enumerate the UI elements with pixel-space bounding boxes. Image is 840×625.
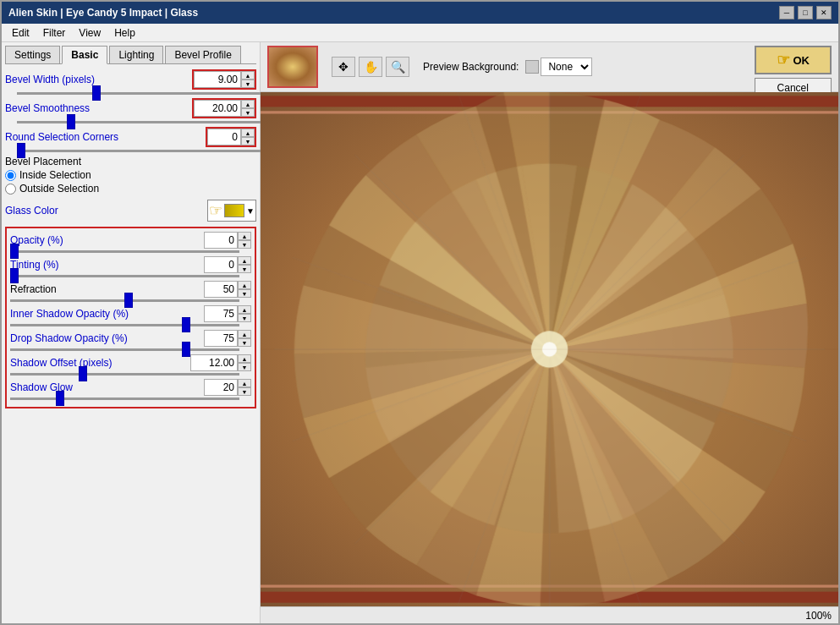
inner-shadow-thumb[interactable] [182, 317, 190, 332]
opacity-spinners: ▲ ▼ [238, 232, 251, 249]
outside-selection-row: Outside Selection [5, 183, 256, 195]
thumbnail-preview[interactable] [267, 46, 318, 88]
tab-basic[interactable]: Basic [62, 46, 107, 64]
bevel-width-down[interactable]: ▼ [241, 79, 255, 88]
shadow-offset-input-wrap: ▲ ▼ [190, 354, 251, 371]
bevel-width-row: Bevel Width (pixels) ▲ ▼ [5, 69, 256, 90]
bevel-width-track [17, 92, 268, 95]
tab-lighting[interactable]: Lighting [109, 46, 163, 63]
inside-selection-row: Inside Selection [5, 169, 256, 181]
opacity-up[interactable]: ▲ [238, 232, 251, 240]
round-corners-spinners: ▲ ▼ [241, 129, 255, 145]
bevel-width-thumb[interactable] [92, 85, 101, 101]
ok-icon: ☞ [777, 51, 790, 69]
ok-label: OK [793, 54, 810, 67]
opacity-down[interactable]: ▼ [238, 240, 251, 249]
shadow-offset-down[interactable]: ▼ [238, 363, 251, 371]
bevel-width-up[interactable]: ▲ [241, 71, 255, 79]
move-tool-icon[interactable]: ✥ [332, 57, 355, 77]
bevel-smoothness-input[interactable] [194, 100, 241, 117]
opacity-input[interactable] [204, 232, 238, 249]
drop-shadow-down[interactable]: ▼ [238, 338, 251, 347]
refraction-up[interactable]: ▲ [238, 281, 251, 289]
tinting-thumb[interactable] [10, 268, 19, 283]
menu-edit[interactable]: Edit [5, 25, 36, 41]
menu-help[interactable]: Help [107, 25, 142, 41]
inner-shadow-label: Inner Shadow Opacity (%) [10, 308, 204, 320]
round-corners-up[interactable]: ▲ [241, 129, 255, 137]
round-corners-down[interactable]: ▼ [241, 137, 255, 145]
main-window: Alien Skin | Eye Candy 5 Impact | Glass … [0, 0, 840, 625]
left-panel: Settings Basic Lighting Bevel Profile Be… [2, 42, 261, 623]
drop-shadow-spinners: ▲ ▼ [238, 330, 251, 347]
bevel-smoothness-up[interactable]: ▲ [241, 100, 255, 108]
opacity-thumb[interactable] [10, 244, 19, 259]
opacity-input-wrap: ▲ ▼ [204, 232, 251, 249]
bevel-width-input[interactable] [194, 71, 241, 88]
tinting-spinners: ▲ ▼ [238, 256, 251, 273]
round-corners-input[interactable] [207, 129, 241, 145]
ok-cancel-buttons: ☞ OK Cancel [755, 46, 832, 98]
opacity-label: Opacity (%) [10, 234, 204, 246]
bevel-width-label: Bevel Width (pixels) [5, 74, 192, 85]
window-title: Alien Skin | Eye Candy 5 Impact | Glass [8, 7, 198, 19]
shadow-offset-spinners: ▲ ▼ [238, 354, 251, 371]
main-content: Settings Basic Lighting Bevel Profile Be… [2, 42, 838, 623]
bevel-smoothness-input-group: ▲ ▼ [192, 98, 256, 118]
color-dropdown-icon[interactable]: ▼ [246, 206, 255, 216]
tab-bar: Settings Basic Lighting Bevel Profile [5, 46, 256, 64]
shadow-glow-input[interactable] [204, 379, 238, 396]
status-bar: 100% [261, 606, 838, 623]
color-cursor-icon: ☞ [209, 201, 222, 220]
drop-shadow-thumb[interactable] [182, 342, 190, 357]
maximize-button[interactable]: □ [798, 6, 813, 19]
shadow-offset-up[interactable]: ▲ [238, 354, 251, 363]
glass-color-swatch-wrap[interactable]: ☞ ▼ [207, 200, 256, 222]
round-corners-thumb[interactable] [17, 143, 25, 158]
preview-bg-select[interactable]: None White Black [541, 58, 592, 76]
bevel-smoothness-label: Bevel Smoothness [5, 102, 192, 114]
inner-shadow-down[interactable]: ▼ [238, 314, 251, 322]
shadow-glow-down[interactable]: ▼ [238, 387, 251, 396]
minimize-button[interactable]: ─ [779, 6, 794, 19]
drop-shadow-up[interactable]: ▲ [238, 330, 251, 338]
shadow-offset-label: Shadow Offset (pixels) [10, 357, 190, 369]
glass-color-swatch[interactable] [224, 204, 244, 217]
refraction-thumb[interactable] [124, 293, 133, 308]
shadow-glow-thumb[interactable] [56, 391, 64, 406]
tab-settings[interactable]: Settings [5, 46, 60, 63]
inner-shadow-row: Inner Shadow Opacity (%) ▲ ▼ [10, 305, 251, 322]
pan-tool-icon[interactable]: ✋ [359, 57, 382, 77]
shadow-offset-input[interactable] [190, 354, 238, 371]
preview-area [261, 92, 838, 606]
zoom-tool-icon[interactable]: 🔍 [386, 57, 409, 77]
opacity-group: Opacity (%) ▲ ▼ Tinting (%) [5, 227, 256, 408]
bevel-smoothness-down[interactable]: ▼ [241, 108, 255, 117]
tab-bevel-profile[interactable]: Bevel Profile [165, 46, 240, 63]
shadow-glow-up[interactable]: ▲ [238, 379, 251, 387]
ok-button[interactable]: ☞ OK [755, 46, 832, 74]
shadow-offset-thumb[interactable] [79, 366, 87, 381]
menu-filter[interactable]: Filter [36, 25, 73, 41]
refraction-input[interactable] [204, 281, 238, 298]
shadow-glow-label: Shadow Glow [10, 381, 204, 393]
refraction-label: Refraction [10, 283, 204, 295]
menu-view[interactable]: View [72, 25, 107, 41]
drop-shadow-input[interactable] [204, 330, 238, 347]
tinting-down[interactable]: ▼ [238, 265, 251, 273]
round-corners-input-group: ▲ ▼ [206, 127, 256, 147]
round-corners-row: Round Selection Corners ▲ ▼ [5, 127, 256, 147]
tinting-up[interactable]: ▲ [238, 256, 251, 265]
tinting-input[interactable] [204, 256, 238, 273]
outside-selection-radio[interactable] [5, 184, 16, 195]
close-button[interactable]: ✕ [816, 6, 832, 19]
opacity-row: Opacity (%) ▲ ▼ [10, 232, 251, 249]
outside-selection-label: Outside Selection [19, 183, 99, 195]
drop-shadow-input-wrap: ▲ ▼ [204, 330, 251, 347]
inner-shadow-input[interactable] [204, 305, 238, 322]
inside-selection-radio[interactable] [5, 170, 16, 181]
bevel-smoothness-thumb[interactable] [67, 114, 75, 129]
inner-shadow-up[interactable]: ▲ [238, 305, 251, 314]
refraction-down[interactable]: ▼ [238, 289, 251, 298]
bevel-placement-section: Bevel Placement Inside Selection Outside… [5, 156, 256, 196]
